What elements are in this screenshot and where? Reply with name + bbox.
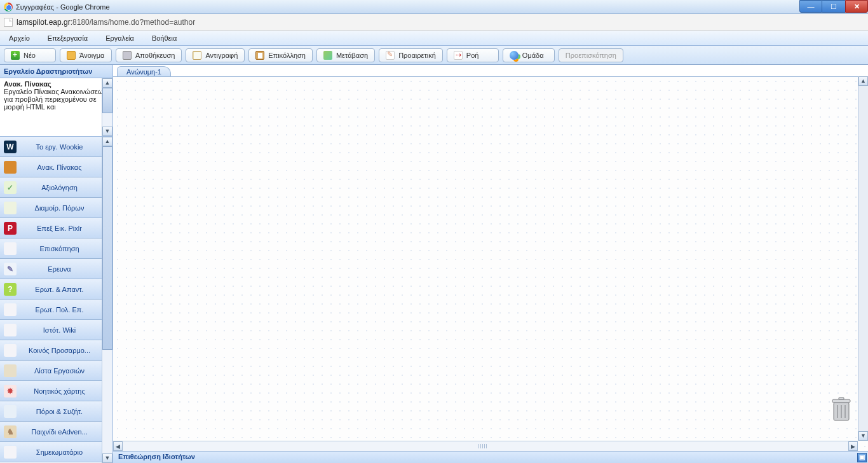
save-button[interactable]: Αποθήκευση — [116, 48, 182, 62]
sidebar-description-content: Ανακ. Πίνακας Εργαλείο Πίνακας Ανακοινώσ… — [0, 78, 112, 136]
chrome-icon — [4, 3, 13, 11]
optional-button[interactable]: Προαιρετική — [379, 48, 443, 62]
activity-tool-item[interactable]: Ιστότ. Wiki — [0, 320, 102, 340]
activity-tool-icon — [4, 324, 17, 336]
activity-tool-label: Λίστα Εργασιών — [20, 367, 102, 375]
paste-icon — [255, 51, 264, 60]
activity-tool-label: Ερωτ. Πολ. Επ. — [20, 306, 102, 314]
activity-tool-item[interactable]: ✎Ερευνα — [0, 259, 102, 279]
sidebar-description-panel: Ανακ. Πίνακας Εργαλείο Πίνακας Ανακοινώσ… — [0, 78, 112, 137]
scroll-left-icon[interactable]: ◀ — [113, 441, 123, 451]
activity-tool-icon: ♞ — [4, 425, 17, 438]
activity-tool-item[interactable]: PΕπεξ Εικ. Pixlr — [0, 218, 102, 238]
activity-tool-item[interactable]: Πόροι & Συζήτ. — [0, 401, 102, 422]
activity-tool-label: Αξιολόγηση — [20, 184, 102, 191]
paste-button[interactable]: Επικόλληση — [248, 48, 313, 62]
activity-tool-item[interactable]: ?Ερωτ. & Απαντ. — [0, 279, 102, 300]
save-icon — [123, 51, 132, 60]
scroll-track[interactable] — [102, 146, 112, 453]
scroll-down-icon[interactable]: ▼ — [858, 431, 868, 441]
activity-tool-icon: ? — [4, 283, 17, 296]
scroll-up-icon[interactable]: ▲ — [858, 76, 868, 86]
copy-icon — [193, 51, 201, 60]
scroll-up-icon[interactable]: ▲ — [102, 137, 112, 146]
open-button[interactable]: Άνοιγμα — [60, 48, 112, 62]
scroll-thumb[interactable] — [123, 441, 848, 451]
menu-file[interactable]: Αρχείο — [9, 34, 30, 42]
activity-tool-item[interactable]: Κοινός Προσαρμο... — [0, 340, 102, 361]
activity-tool-item[interactable]: Επισκόπηση — [0, 238, 102, 259]
activity-tool-label: Διαμοίρ. Πόρων — [20, 204, 102, 212]
menu-edit[interactable]: Επεξεργασία — [48, 34, 88, 42]
inspector-toggle-icon[interactable]: ▣ — [857, 453, 867, 462]
authoring-canvas[interactable] — [113, 76, 868, 451]
flow-button[interactable]: Ροή — [447, 48, 499, 62]
copy-button[interactable]: Αντιγραφή — [186, 48, 245, 62]
trash-icon[interactable] — [830, 396, 853, 423]
activity-tool-list: WΤο εργ. WookieΑνακ. Πίνακας✓ΑξιολόγησηΔ… — [0, 137, 112, 463]
activity-tool-icon: ✓ — [4, 181, 17, 194]
scroll-up-icon[interactable]: ▲ — [102, 78, 112, 88]
activity-tool-icon: W — [4, 141, 17, 153]
activity-tool-icon: ✎ — [4, 263, 17, 275]
scroll-right-icon[interactable]: ▶ — [848, 441, 858, 451]
activity-tool-item[interactable]: Ερωτ. Πολ. Επ. — [0, 300, 102, 320]
canvas-v-scrollbar[interactable]: ▲ ▼ — [858, 76, 868, 441]
scroll-thumb[interactable] — [102, 146, 112, 350]
activity-tool-icon — [4, 446, 17, 459]
desc-scrollbar[interactable]: ▲ ▼ — [102, 78, 112, 136]
transition-icon — [323, 51, 332, 60]
canvas-h-scrollbar[interactable]: ◀ ▶ — [113, 441, 858, 451]
url-text: lamspilot.eap.gr:8180/lams/home.do?metho… — [17, 18, 195, 27]
activity-tool-label: Ανακ. Πίνακας — [20, 163, 102, 171]
address-bar[interactable]: lamspilot.eap.gr:8180/lams/home.do?metho… — [0, 14, 868, 31]
maximize-button[interactable]: ☐ — [822, 0, 845, 13]
activity-tool-label: Επισκόπηση — [20, 245, 102, 252]
activity-tool-label: Ερωτ. & Απαντ. — [20, 286, 102, 293]
activity-tool-label: Το εργ. Wookie — [20, 143, 102, 151]
activity-tool-item[interactable]: WΤο εργ. Wookie — [0, 137, 102, 157]
open-icon — [67, 51, 76, 60]
scroll-down-icon[interactable]: ▼ — [102, 453, 112, 463]
activity-tool-icon — [4, 405, 17, 418]
activity-tool-item[interactable]: ♞Παιχνίδι eAdven... — [0, 422, 102, 442]
activity-tool-item[interactable]: Λίστα Εργασιών — [0, 361, 102, 381]
activity-tool-label: Ιστότ. Wiki — [20, 326, 102, 334]
minimize-button[interactable]: — — [799, 0, 822, 13]
page-icon — [4, 18, 13, 27]
activity-tool-item[interactable]: Διαμοίρ. Πόρων — [0, 198, 102, 218]
activity-tool-icon: P — [4, 222, 17, 235]
window-titlebar: Συγγραφέας - Google Chrome — ☐ ✕ — [0, 0, 868, 14]
property-inspector-header[interactable]: Επιθεώρηση Ιδιοτήτων ▣ — [113, 451, 868, 463]
activity-tool-label: Νοητικός χάρτης — [20, 387, 102, 395]
activity-tool-icon — [4, 202, 17, 214]
new-button[interactable]: Νέο — [4, 48, 56, 62]
scroll-track[interactable] — [858, 86, 868, 431]
activity-tool-label: Παιχνίδι eAdven... — [20, 428, 102, 436]
menu-help[interactable]: Βοήθεια — [152, 34, 177, 42]
scroll-thumb[interactable] — [102, 88, 112, 113]
menu-tools[interactable]: Εργαλεία — [105, 34, 134, 42]
activity-tool-label: Σημειωματάριο — [20, 448, 102, 456]
new-icon — [11, 51, 20, 60]
close-button[interactable]: ✕ — [845, 0, 868, 13]
activity-tool-item[interactable]: ✸Νοητικός χάρτης — [0, 381, 102, 401]
activity-tool-item[interactable]: Ανακ. Πίνακας — [0, 157, 102, 177]
activity-tool-label: Επεξ Εικ. Pixlr — [20, 225, 102, 232]
scroll-down-icon[interactable]: ▼ — [102, 127, 112, 136]
activity-tool-icon — [4, 161, 17, 174]
activity-tool-label: Ερευνα — [20, 265, 102, 273]
transition-button[interactable]: Μετάβαση — [316, 48, 375, 62]
group-button[interactable]: Ομάδα — [503, 48, 555, 62]
activity-tool-icon: ✸ — [4, 385, 17, 397]
activity-tool-item[interactable]: ✓Αξιολόγηση — [0, 177, 102, 198]
activity-tool-item[interactable]: Σημειωματάριο — [0, 442, 102, 462]
activity-tool-icon — [4, 364, 17, 377]
scroll-track[interactable] — [123, 441, 848, 451]
list-scrollbar[interactable]: ▲ ▼ — [102, 137, 112, 463]
activity-tool-label: Κοινός Προσαρμο... — [20, 347, 102, 354]
canvas-area: Ανώνυμη-1 ▲ ▼ ◀ ▶ — [113, 65, 868, 463]
scroll-track[interactable] — [102, 113, 112, 127]
activity-tool-icon — [4, 303, 17, 316]
preview-button[interactable]: Προεπισκόπηση — [559, 48, 623, 62]
